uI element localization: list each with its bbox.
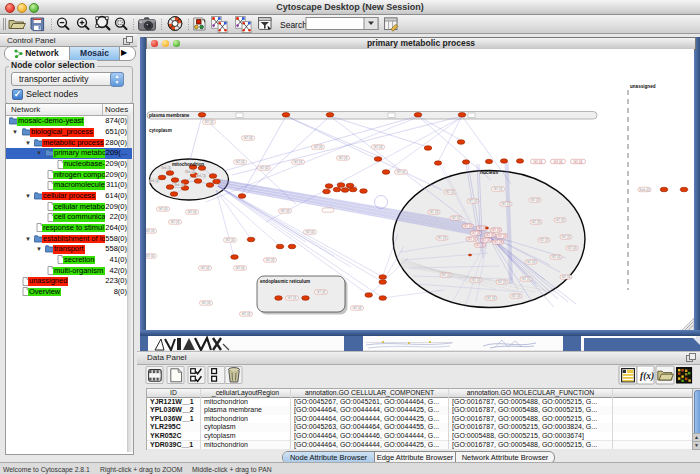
svg-text:GO (4): GO (4) [373, 145, 382, 149]
svg-text:GO (4): GO (4) [352, 306, 361, 310]
svg-text:GO (4): GO (4) [241, 312, 250, 316]
svg-text:Search:: Search: [280, 20, 309, 30]
svg-text:GO (4): GO (4) [526, 260, 535, 264]
svg-text:Sink (4): Sink (4) [197, 174, 206, 178]
svg-text:GO (4): GO (4) [561, 275, 570, 279]
svg-text:GO (4): GO (4) [158, 207, 167, 211]
svg-text:GO (4): GO (4) [481, 238, 490, 242]
svg-text:GO (4): GO (4) [567, 246, 576, 250]
svg-text:GO (4): GO (4) [204, 120, 213, 124]
svg-text:GO (4): GO (4) [305, 230, 314, 234]
svg-text:GO (4): GO (4) [200, 266, 209, 270]
svg-text:GO (4): GO (4) [429, 210, 438, 214]
svg-text:mitochondrion: mitochondrion [172, 162, 204, 167]
svg-text:GO (4): GO (4) [313, 145, 322, 149]
svg-text:GO (4): GO (4) [467, 237, 476, 241]
svg-text:endoplasmic reticulum: endoplasmic reticulum [260, 279, 310, 284]
svg-text:GO (4): GO (4) [561, 235, 570, 239]
svg-text:GO (4): GO (4) [259, 166, 268, 170]
svg-text:Sink (4): Sink (4) [186, 170, 195, 174]
svg-text:GO (4): GO (4) [280, 209, 289, 213]
svg-text:GO (4): GO (4) [471, 231, 480, 235]
svg-text:GO (4): GO (4) [530, 198, 539, 202]
svg-text:GO (4): GO (4) [471, 278, 480, 282]
svg-text:GO (4): GO (4) [463, 224, 472, 228]
svg-text:GO (4): GO (4) [338, 156, 347, 160]
svg-text:GO (4): GO (4) [497, 234, 506, 238]
svg-text:GO (4): GO (4) [316, 290, 325, 294]
svg-text:GO (4): GO (4) [521, 277, 530, 281]
svg-text:GO (4): GO (4) [437, 236, 446, 240]
svg-text:GO (4): GO (4) [533, 160, 542, 164]
svg-text:Sink (4): Sink (4) [150, 179, 159, 183]
svg-text:GO (4): GO (4) [486, 296, 495, 300]
svg-text:plasma membrane: plasma membrane [149, 113, 190, 118]
svg-text:f(x): f(x) [640, 371, 654, 382]
svg-text:GO (4): GO (4) [225, 238, 234, 242]
svg-text:GO (4): GO (4) [553, 160, 562, 164]
svg-text:GO (4): GO (4) [243, 136, 252, 140]
svg-text:GO (4): GO (4) [475, 243, 484, 247]
svg-text:GO (4): GO (4) [235, 160, 244, 164]
svg-text:GO (4): GO (4) [493, 240, 502, 244]
svg-text:GO (4): GO (4) [555, 218, 564, 222]
svg-text:Sink (4): Sink (4) [175, 183, 184, 187]
svg-text:GO (4): GO (4) [441, 273, 450, 277]
svg-text:GO (4): GO (4) [539, 238, 548, 242]
svg-text:GO (4): GO (4) [146, 229, 155, 233]
svg-text:nucleus: nucleus [480, 170, 498, 175]
svg-text:Sink (4): Sink (4) [162, 166, 171, 170]
svg-text:GO (4): GO (4) [287, 296, 296, 300]
svg-text:GO (4): GO (4) [551, 255, 560, 259]
svg-text:GO (4): GO (4) [187, 210, 196, 214]
svg-text:GO (4): GO (4) [493, 187, 502, 191]
svg-text:cytoplasm: cytoplasm [149, 128, 172, 133]
svg-text:GO (4): GO (4) [501, 202, 510, 206]
svg-text:GO (4): GO (4) [445, 190, 454, 194]
svg-text:GO (4): GO (4) [468, 199, 477, 203]
svg-text:GO (4): GO (4) [511, 294, 520, 298]
svg-text:GO (4): GO (4) [235, 266, 244, 270]
svg-text:GO (4): GO (4) [531, 220, 540, 224]
svg-text:GO (4): GO (4) [451, 216, 460, 220]
svg-text:GO (4): GO (4) [491, 228, 500, 232]
svg-text:GO (4): GO (4) [146, 254, 155, 258]
svg-text:GO (4): GO (4) [485, 233, 494, 237]
svg-text:GO (4): GO (4) [396, 170, 405, 174]
svg-text:GO (4): GO (4) [265, 258, 274, 262]
svg-text:unassigned: unassigned [630, 84, 656, 89]
svg-text:GO (4): GO (4) [201, 301, 210, 305]
svg-text:GO (4): GO (4) [497, 280, 506, 284]
svg-text:GO (4): GO (4) [170, 220, 179, 224]
svg-text:GO (4): GO (4) [293, 160, 302, 164]
svg-text:GO (4): GO (4) [573, 160, 582, 164]
svg-text:Sink (4): Sink (4) [639, 188, 649, 192]
